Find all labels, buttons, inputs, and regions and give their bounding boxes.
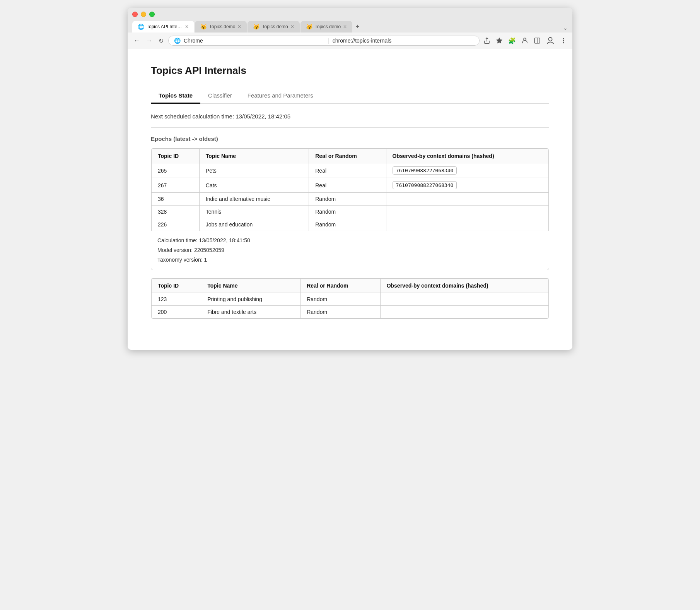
- table-row: 200Fibre and textile artsRandom: [152, 305, 549, 318]
- cell-topic-name: Indie and alternative music: [199, 193, 309, 206]
- cell-topic-id: 226: [152, 218, 200, 231]
- forward-button[interactable]: →: [145, 36, 154, 45]
- epoch-table-1: Topic ID Topic Name Real or Random Obser…: [151, 149, 549, 231]
- share-icon-button[interactable]: [483, 36, 491, 45]
- svg-point-7: [563, 40, 564, 41]
- epoch-1-calc-time: Calculation time: 13/05/2022, 18:41:50: [157, 236, 543, 245]
- cell-topic-name: Fibre and textile arts: [201, 305, 300, 318]
- col-header-observed-2: Observed-by context domains (hashed): [380, 278, 548, 293]
- minimize-traffic-light[interactable]: [141, 12, 146, 17]
- epochs-label: Epochs (latest -> oldest): [151, 135, 549, 142]
- cell-hash: [386, 193, 548, 206]
- cell-hash: [386, 206, 548, 218]
- epoch-table-2: Topic ID Topic Name Real or Random Obser…: [151, 278, 549, 319]
- address-protocol: Chrome: [184, 38, 325, 44]
- page-title: Topics API Internals: [151, 65, 549, 77]
- col-header-real-random-2: Real or Random: [300, 278, 380, 293]
- cell-hash: 7610709088227068340: [386, 178, 548, 193]
- browser-tab-4[interactable]: 😺 Topics demo ✕: [300, 21, 352, 33]
- content-divider: [151, 127, 549, 128]
- cell-topic-id: 200: [152, 305, 201, 318]
- profile-icon-button[interactable]: [521, 36, 529, 45]
- col-header-topic-id-2: Topic ID: [152, 278, 201, 293]
- address-bar[interactable]: 🌐 Chrome | chrome://topics-internals: [168, 36, 480, 46]
- browser-window: 🌐 Topics API Intern… ✕ 😺 Topics demo ✕ 😺…: [128, 8, 572, 350]
- cell-hash: [386, 218, 548, 231]
- tab-favicon-1: 🌐: [138, 24, 144, 30]
- table-header-row-2: Topic ID Topic Name Real or Random Obser…: [152, 278, 549, 293]
- cell-topic-name: Printing and publishing: [201, 293, 300, 305]
- bookmark-icon-button[interactable]: [495, 36, 504, 45]
- tab-list-dropdown-button[interactable]: ⌄: [563, 25, 568, 31]
- tab-title-3: Topics demo: [262, 24, 288, 29]
- cell-topic-id: 36: [152, 193, 200, 206]
- browser-tab-2[interactable]: 😺 Topics demo ✕: [195, 21, 247, 33]
- cell-topic-name: Pets: [199, 163, 309, 178]
- tab-close-1[interactable]: ✕: [185, 24, 189, 29]
- svg-point-8: [563, 42, 564, 43]
- col-header-real-random-1: Real or Random: [309, 149, 386, 163]
- browser-tab-3[interactable]: 😺 Topics demo ✕: [248, 21, 299, 33]
- tab-close-4[interactable]: ✕: [343, 24, 347, 29]
- cell-real-random: Real: [309, 163, 386, 178]
- menu-icon-button[interactable]: [559, 36, 568, 45]
- reload-button[interactable]: ↻: [157, 36, 165, 45]
- new-tab-button[interactable]: +: [353, 23, 362, 31]
- cell-real-random: Random: [309, 193, 386, 206]
- close-traffic-light[interactable]: [132, 12, 138, 17]
- cell-topic-id: 267: [152, 178, 200, 193]
- svg-point-6: [563, 38, 564, 39]
- col-header-topic-name-1: Topic Name: [199, 149, 309, 163]
- traffic-lights: [132, 12, 568, 17]
- col-header-observed-1: Observed-by context domains (hashed): [386, 149, 548, 163]
- tab-title-1: Topics API Intern…: [147, 24, 183, 29]
- browser-tab-1[interactable]: 🌐 Topics API Intern… ✕: [132, 21, 194, 33]
- hash-badge: 7610709088227068340: [393, 181, 457, 189]
- tab-title-2: Topics demo: [209, 24, 235, 29]
- table-row: 267CatsReal7610709088227068340: [152, 178, 549, 193]
- epoch-1-model-version: Model version: 2205052059: [157, 245, 543, 255]
- scheduled-time: Next scheduled calculation time: 13/05/2…: [151, 113, 549, 120]
- browser-toolbar: ← → ↻ 🌐 Chrome | chrome://topics-interna…: [128, 33, 572, 49]
- cell-real-random: Random: [300, 293, 380, 305]
- cell-topic-id: 328: [152, 206, 200, 218]
- tab-close-3[interactable]: ✕: [290, 24, 294, 29]
- table-header-row-1: Topic ID Topic Name Real or Random Obser…: [152, 149, 549, 163]
- tab-title-4: Topics demo: [315, 24, 341, 29]
- tab-topics-state[interactable]: Topics State: [151, 88, 200, 104]
- hash-badge: 7610709088227068340: [393, 166, 457, 175]
- epoch-box-2: Topic ID Topic Name Real or Random Obser…: [151, 278, 549, 319]
- back-button[interactable]: ←: [132, 36, 142, 45]
- cell-real-random: Random: [300, 305, 380, 318]
- table-row: 328TennisRandom: [152, 206, 549, 218]
- page-content: Topics API Internals Topics State Classi…: [128, 49, 572, 350]
- tab-close-2[interactable]: ✕: [237, 24, 241, 29]
- extensions-icon-button[interactable]: 🧩: [507, 36, 517, 45]
- address-url: chrome://topics-internals: [333, 38, 474, 44]
- cell-hash: [380, 293, 548, 305]
- split-screen-icon-button[interactable]: [533, 36, 541, 45]
- cell-real-random: Real: [309, 178, 386, 193]
- maximize-traffic-light[interactable]: [149, 12, 155, 17]
- tab-classifier[interactable]: Classifier: [200, 88, 240, 104]
- toolbar-icons: 🧩: [483, 36, 568, 46]
- tab-row: 🌐 Topics API Intern… ✕ 😺 Topics demo ✕ 😺…: [132, 21, 568, 33]
- content-tab-bar: Topics State Classifier Features and Par…: [151, 88, 549, 104]
- svg-marker-1: [497, 38, 502, 43]
- epoch-box-1: Topic ID Topic Name Real or Random Obser…: [151, 148, 549, 270]
- account-icon-button[interactable]: [545, 36, 555, 46]
- epoch-1-taxonomy-version: Taxonomy version: 1: [157, 255, 543, 265]
- tab-favicon-2: 😺: [200, 24, 207, 30]
- cell-real-random: Random: [309, 206, 386, 218]
- col-header-topic-name-2: Topic Name: [201, 278, 300, 293]
- address-favicon: 🌐: [174, 38, 181, 44]
- topics-state-content: Next scheduled calculation time: 13/05/2…: [151, 113, 549, 319]
- table-row: 36Indie and alternative musicRandom: [152, 193, 549, 206]
- cell-topic-name: Tennis: [199, 206, 309, 218]
- cell-topic-name: Cats: [199, 178, 309, 193]
- tab-favicon-4: 😺: [306, 24, 312, 30]
- table-row: 226Jobs and educationRandom: [152, 218, 549, 231]
- tab-favicon-3: 😺: [253, 24, 260, 30]
- cell-hash: [380, 305, 548, 318]
- tab-features-params[interactable]: Features and Parameters: [240, 88, 321, 104]
